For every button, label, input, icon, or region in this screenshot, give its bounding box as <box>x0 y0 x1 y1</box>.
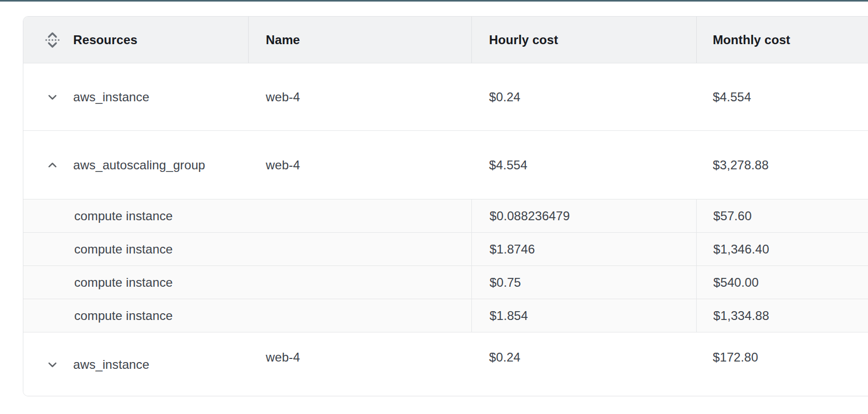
cost-component-row: compute instance$0.088236479$57.60 <box>23 199 868 232</box>
resource-cell: compute instance <box>23 299 248 332</box>
name-cell <box>248 199 471 232</box>
cost-component-row: compute instance$1.854$1,334.88 <box>23 299 868 332</box>
hourly-cost-cell: $4.554 <box>471 131 696 199</box>
monthly-cost-cell: $1,346.40 <box>696 233 868 265</box>
name-cell <box>248 233 471 265</box>
hourly-cost-cell-value: $0.24 <box>489 350 521 365</box>
hourly-cost-cell-value: $1.8746 <box>490 242 535 257</box>
resource-cell: compute instance <box>23 266 248 299</box>
cost-component-row: compute instance$0.75$540.00 <box>23 265 868 299</box>
chevron-down-icon[interactable] <box>45 357 60 372</box>
resource-row: aws_autoscaling_groupweb-4$4.554$3,278.8… <box>23 130 868 199</box>
hourly-cost-cell-value: $0.24 <box>489 90 521 104</box>
name-cell: web-4 <box>248 131 471 199</box>
expand-collapse-all-icon[interactable] <box>44 29 61 51</box>
resource-label: compute instance <box>74 275 173 290</box>
resource-label: compute instance <box>74 242 173 257</box>
chevron-up-icon[interactable] <box>45 158 60 172</box>
table-header-row: Resources Name Hourly cost Monthly cost <box>23 17 868 63</box>
hourly-cost-cell: $0.75 <box>471 266 696 299</box>
hourly-cost-cell-value: $1.854 <box>490 309 528 323</box>
name-cell: web-4 <box>248 332 471 396</box>
monthly-cost-cell: $540.00 <box>696 266 868 299</box>
column-header-hourly-cost-label: Hourly cost <box>489 33 558 47</box>
column-header-hourly-cost[interactable]: Hourly cost <box>471 17 696 63</box>
resource-label: aws_instance <box>73 90 150 104</box>
monthly-cost-cell: $172.80 <box>696 332 868 396</box>
resource-cell: aws_instance <box>23 63 248 130</box>
monthly-cost-cell-value: $1,346.40 <box>713 242 769 257</box>
column-header-name[interactable]: Name <box>248 17 471 63</box>
monthly-cost-cell: $3,278.88 <box>696 131 868 199</box>
name-cell-value: web-4 <box>266 350 300 365</box>
name-cell <box>248 299 471 332</box>
cost-estimate-table: Resources Name Hourly cost Monthly cost … <box>23 16 868 396</box>
hourly-cost-cell: $0.088236479 <box>471 199 696 232</box>
hourly-cost-cell-value: $4.554 <box>489 158 527 172</box>
column-header-resources[interactable]: Resources <box>23 17 248 63</box>
chevron-down-icon[interactable] <box>45 90 60 104</box>
column-header-resources-label: Resources <box>73 33 138 47</box>
hourly-cost-cell-value: $0.75 <box>490 275 521 290</box>
resource-cell: compute instance <box>23 199 248 232</box>
monthly-cost-cell: $57.60 <box>696 199 868 232</box>
resource-row: aws_instanceweb-4$0.24$172.80 <box>23 332 868 396</box>
cost-component-row: compute instance$1.8746$1,346.40 <box>23 232 868 265</box>
column-header-monthly-cost[interactable]: Monthly cost <box>696 17 868 63</box>
name-cell <box>248 266 471 299</box>
monthly-cost-cell-value: $57.60 <box>713 209 752 223</box>
table-body: aws_instanceweb-4$0.24$4.554aws_autoscal… <box>23 63 868 396</box>
resource-label: aws_instance <box>73 357 150 372</box>
hourly-cost-cell-value: $0.088236479 <box>490 209 570 223</box>
monthly-cost-cell: $1,334.88 <box>696 299 868 332</box>
monthly-cost-cell: $4.554 <box>696 63 868 130</box>
monthly-cost-cell-value: $540.00 <box>713 275 758 290</box>
resource-row: aws_instanceweb-4$0.24$4.554 <box>23 63 868 130</box>
hourly-cost-cell: $0.24 <box>471 63 696 130</box>
monthly-cost-cell-value: $3,278.88 <box>713 158 769 172</box>
name-cell-value: web-4 <box>266 90 300 104</box>
name-cell: web-4 <box>248 63 471 130</box>
resource-cell: compute instance <box>23 233 248 265</box>
resource-label: compute instance <box>74 309 173 323</box>
column-header-monthly-cost-label: Monthly cost <box>713 33 790 47</box>
page-top-accent-bar <box>0 0 868 2</box>
monthly-cost-cell-value: $172.80 <box>713 350 758 365</box>
resource-label: compute instance <box>74 209 173 223</box>
column-header-name-label: Name <box>266 33 300 47</box>
name-cell-value: web-4 <box>266 158 300 172</box>
hourly-cost-cell: $1.854 <box>471 299 696 332</box>
hourly-cost-cell: $1.8746 <box>471 233 696 265</box>
hourly-cost-cell: $0.24 <box>471 332 696 396</box>
monthly-cost-cell-value: $4.554 <box>713 90 751 104</box>
resource-cell: aws_instance <box>23 332 248 396</box>
resource-label: aws_autoscaling_group <box>73 158 205 172</box>
resource-cell: aws_autoscaling_group <box>23 131 248 199</box>
monthly-cost-cell-value: $1,334.88 <box>713 309 769 323</box>
